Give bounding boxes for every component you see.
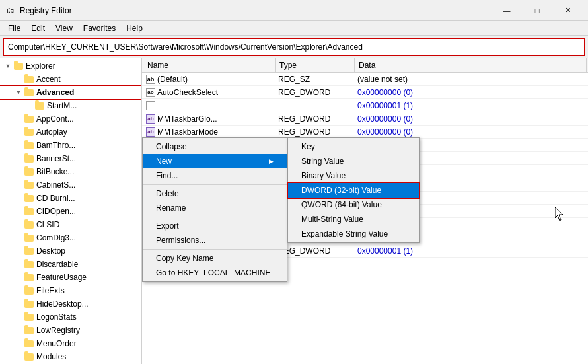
value-name: (Default) — [157, 75, 188, 84]
ctx-copy-key-name[interactable]: Copy Key Name — [143, 251, 287, 266]
table-row[interactable]: 0x00000001 (1) — [142, 99, 588, 112]
folder-icon — [24, 141, 34, 150]
sub-binary-value[interactable]: Binary Value — [288, 168, 419, 183]
table-row[interactable]: ab MMTaskbarGlo... REG_DWORD 0x00000000 … — [142, 112, 588, 126]
folder-icon — [24, 233, 34, 242]
ctx-delete[interactable]: Delete — [143, 186, 287, 201]
tree-item-bitbucke[interactable]: ▶ BitBucke... — [0, 165, 141, 178]
title-bar-buttons: — □ ✕ — [492, 0, 583, 21]
tree-item-clsid[interactable]: ▶ CLSID — [0, 218, 141, 231]
ctx-collapse[interactable]: Collapse — [143, 139, 287, 154]
tree-item-cabinets[interactable]: ▶ CabinetS... — [0, 178, 141, 192]
tree-label: CD Burni... — [36, 194, 75, 203]
tree-item-appcont[interactable]: ▶ AppCont... — [0, 112, 141, 126]
tree-item-fileexts[interactable]: ▶ FileExts — [0, 284, 141, 297]
tree-item-advanced[interactable]: ▼ Advanced — [0, 86, 141, 99]
value-name: MMTaskbarMode — [157, 127, 218, 137]
folder-icon — [24, 339, 34, 348]
column-type[interactable]: Type — [276, 58, 355, 72]
folder-icon — [24, 167, 34, 176]
tree-item-logonstats[interactable]: ▶ LogonStats — [0, 310, 141, 324]
tree-label: ComDlg3... — [36, 233, 76, 242]
ctx-new[interactable]: New — [143, 154, 287, 168]
cell-type: REG_SZ — [276, 75, 355, 84]
tree-item-autoplay[interactable]: ▶ Autoplay — [0, 126, 141, 139]
cell-data: 0x00000000 (0) — [355, 88, 587, 97]
tree-item-comdlg3[interactable]: ▶ ComDlg3... — [0, 231, 141, 244]
close-button[interactable]: ✕ — [552, 0, 583, 21]
ctx-export[interactable]: Export — [143, 219, 287, 233]
tree-item-startm[interactable]: ▶ StartM... — [0, 99, 141, 112]
tree-label: LogonStats — [36, 312, 77, 322]
tree-item-menuorder[interactable]: ▶ MenuOrder — [0, 337, 141, 350]
table-row[interactable]: ab AutoCheckSelect REG_DWORD 0x00000000 … — [142, 86, 588, 99]
cell-name: ab MMTaskbarMode — [143, 127, 276, 137]
reg-dword-icon: ab — [146, 88, 155, 97]
maximize-button[interactable]: □ — [522, 0, 552, 21]
menu-bar: File Edit View Favorites Help — [0, 21, 588, 36]
tree-label: Explorer — [26, 61, 55, 71]
folder-icon — [24, 127, 34, 137]
cell-name: ab MMTaskbarGlo... — [143, 114, 276, 124]
tree-item-accent[interactable]: ▶ Accent — [0, 73, 141, 86]
tree-label: BamThro... — [36, 141, 75, 150]
folder-icon — [24, 220, 34, 229]
tree-item-discardable[interactable]: ▶ Discardable — [0, 258, 141, 271]
tree-item-modules[interactable]: ▶ Modules — [0, 350, 141, 363]
sub-dword-value[interactable]: DWORD (32-bit) Value — [288, 183, 419, 198]
tree-label: CabinetS... — [36, 180, 75, 190]
folder-icon — [24, 299, 34, 309]
tree-panel[interactable]: ▼ Explorer ▶ Accent ▼ Advanced ▶ StartM.… — [0, 58, 142, 364]
tree-item-desktop[interactable]: ▶ Desktop — [0, 244, 141, 258]
column-data[interactable]: Data — [355, 58, 587, 72]
sub-key[interactable]: Key — [288, 139, 419, 154]
value-name: MMTaskbarGlo... — [157, 114, 217, 124]
cell-name: ab AutoCheckSelect — [143, 88, 276, 97]
cell-name — [143, 101, 276, 110]
folder-icon — [24, 207, 34, 216]
menu-help[interactable]: Help — [121, 22, 148, 34]
ctx-permissions[interactable]: Permissions... — [143, 233, 287, 248]
ctx-separator-2 — [143, 217, 287, 217]
ctx-goto-hklm[interactable]: Go to HKEY_LOCAL_MACHINE — [143, 266, 287, 280]
menu-view[interactable]: View — [50, 22, 78, 34]
sub-string-value[interactable]: String Value — [288, 154, 419, 168]
tree-item-featureusage[interactable]: ▶ FeatureUsage — [0, 271, 141, 284]
sub-multi-string[interactable]: Multi-String Value — [288, 212, 419, 227]
table-row[interactable]: ab (Default) REG_SZ (value not set) — [142, 73, 588, 86]
cell-type: REG_DWORD — [276, 246, 355, 256]
sub-expandable-string[interactable]: Expandable String Value — [288, 227, 419, 241]
column-name[interactable]: Name — [143, 58, 276, 72]
table-row[interactable]: ab MMTaskbarMode REG_DWORD 0x00000000 (0… — [142, 126, 588, 139]
expand-arrow: ▼ — [3, 63, 13, 69]
tree-item-hidedesktop[interactable]: ▶ HideDesktop... — [0, 297, 141, 310]
menu-edit[interactable]: Edit — [26, 22, 50, 34]
folder-icon — [24, 260, 34, 269]
reg-dword-icon: ab — [146, 114, 155, 124]
menu-favorites[interactable]: Favorites — [78, 22, 121, 34]
tree-label: CLSID — [36, 220, 59, 229]
tree-item-bannerst[interactable]: ▶ BannerSt... — [0, 152, 141, 165]
ctx-find[interactable]: Find... — [143, 168, 287, 183]
address-bar[interactable]: Computer\HKEY_CURRENT_USER\Software\Micr… — [3, 38, 585, 56]
column-headers: Name Type Data — [142, 58, 588, 73]
ctx-rename[interactable]: Rename — [143, 201, 287, 215]
tree-item-cdburni[interactable]: ▶ CD Burni... — [0, 192, 141, 205]
minimize-button[interactable]: — — [492, 0, 522, 21]
cell-data: 0x00000000 (0) — [355, 127, 587, 137]
tree-item-lowregistry[interactable]: ▶ LowRegistry — [0, 324, 141, 337]
sub-qword-value[interactable]: QWORD (64-bit) Value — [288, 198, 419, 212]
tree-item-bamthro[interactable]: ▶ BamThro... — [0, 139, 141, 152]
folder-icon — [24, 88, 34, 97]
folder-icon — [13, 61, 24, 71]
cell-data: 0x00000000 (0) — [355, 114, 587, 124]
folder-icon — [24, 246, 34, 256]
menu-file[interactable]: File — [3, 22, 26, 34]
tree-label: MenuOrder — [36, 339, 77, 348]
tree-item-cidopen[interactable]: ▶ CIDOpen... — [0, 205, 141, 218]
tree-label: FileExts — [36, 286, 65, 295]
folder-icon — [24, 194, 34, 203]
tree-item-explorer[interactable]: ▼ Explorer — [0, 59, 141, 73]
folder-icon — [24, 273, 34, 282]
folder-icon — [24, 312, 34, 322]
